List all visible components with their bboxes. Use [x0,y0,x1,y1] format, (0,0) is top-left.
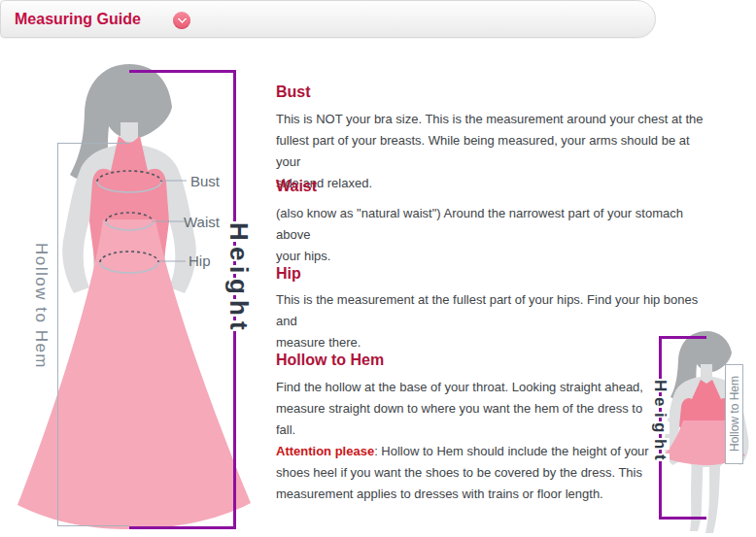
attention-please-label: Attention please [276,444,374,458]
hollow-to-hem-heading: Hollow to Hem [276,352,384,369]
collapse-button[interactable] [173,12,190,29]
waist-paragraph: (also know as "natural waist") Around th… [276,203,715,267]
hollow-to-hem-vertical-label: Hollow to Hem [31,243,51,369]
height-bracket [129,70,236,529]
waist-heading: Waist [276,178,317,195]
hollow-to-hem-bracket [57,143,129,526]
small-hollow-to-hem-vertical-label: Hollow to Hem [728,376,741,452]
bust-label: Bust [190,173,220,189]
bust-heading: Bust [276,84,311,101]
measuring-guide-header[interactable]: Measuring Guide [0,0,656,38]
height-vertical-label: Height [223,219,254,333]
chevron-down-icon [177,15,187,24]
small-hollow-to-hem-box: Hollow to Hem [725,364,743,464]
bust-paragraph: This is NOT your bra size. This is the m… [276,109,715,194]
page-title: Measuring Guide [15,11,141,28]
hip-heading: Hip [276,265,301,283]
waist-label: Waist [184,214,220,230]
hollow-lead-text: Find the hollow at the base of your thro… [276,380,643,437]
small-height-vertical-label: Height [650,377,670,463]
hip-label: Hip [189,252,211,269]
hollow-to-hem-paragraph: Find the hollow at the base of your thro… [276,377,649,505]
